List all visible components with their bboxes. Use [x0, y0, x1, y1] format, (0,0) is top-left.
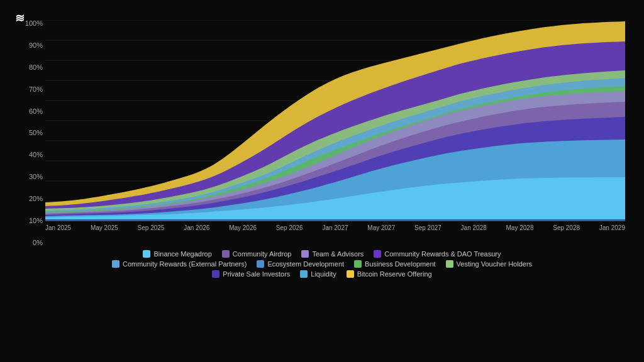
- legend-color: [354, 260, 362, 268]
- legend-label: Community Rewards (External Partners): [123, 260, 247, 268]
- legend-color: [300, 270, 308, 278]
- x-axis-label: Jan 2027: [322, 224, 348, 231]
- legend-color: [301, 250, 309, 258]
- y-axis-label: 10%: [19, 217, 43, 224]
- legend-label: Liquidity: [311, 270, 336, 278]
- x-axis-label: Jan 2025: [45, 224, 71, 231]
- x-axis-label: May 2025: [91, 224, 118, 231]
- x-axis-label: May 2027: [367, 224, 395, 231]
- x-axis-label: May 2026: [229, 224, 257, 231]
- legend-item: Community Airdrop: [222, 250, 292, 258]
- y-axis-label: 30%: [19, 173, 43, 180]
- legend-label: Team & Advisors: [312, 250, 364, 258]
- y-axis-label: 50%: [19, 129, 43, 136]
- page-container: ≋ 100%90%80%70%60%50%40%30%20%10%0%: [0, 0, 644, 362]
- x-axis-label: Sep 2028: [553, 224, 580, 231]
- y-axis: 100%90%80%70%60%50%40%30%20%10%0%: [19, 20, 43, 246]
- y-axis-label: 100%: [19, 20, 43, 27]
- legend-item: Binance Megadrop: [143, 250, 211, 258]
- x-axis-label: Sep 2027: [414, 224, 441, 231]
- x-axis-label: Sep 2026: [276, 224, 303, 231]
- chart-area: 100%90%80%70%60%50%40%30%20%10%0%: [19, 20, 625, 246]
- x-axis: Jan 2025May 2025Sep 2025Jan 2026May 2026…: [45, 224, 625, 231]
- legend-item: Community Rewards (External Partners): [112, 260, 247, 268]
- legend-label: Ecosystem Development: [267, 260, 344, 268]
- legend-label: Business Development: [365, 260, 436, 268]
- legend-item: Liquidity: [300, 270, 336, 278]
- legend-color: [112, 260, 119, 268]
- legend-row: Binance MegadropCommunity AirdropTeam & …: [143, 250, 501, 258]
- chart-inner: [45, 20, 625, 221]
- y-axis-label: 90%: [19, 42, 43, 49]
- chart-title: [19, 13, 625, 15]
- y-axis-label: 70%: [19, 86, 43, 93]
- legend-color: [222, 250, 230, 258]
- legend-color: [143, 250, 150, 258]
- y-axis-label: 20%: [19, 195, 43, 202]
- legend-row: Private Sale InvestorsLiquidityBitcoin R…: [212, 270, 431, 278]
- x-axis-label: Jan 2028: [461, 224, 487, 231]
- y-axis-label: 80%: [19, 64, 43, 71]
- legend-color: [374, 250, 381, 258]
- legend-item: Private Sale Investors: [212, 270, 290, 278]
- legend-color: [212, 270, 219, 278]
- legend-color: [446, 260, 453, 268]
- legend-label: Private Sale Investors: [223, 270, 290, 278]
- legend-label: Binance Megadrop: [153, 250, 211, 258]
- legend-color: [347, 270, 354, 278]
- legend-item: Team & Advisors: [301, 250, 364, 258]
- legend-label: Vesting Voucher Holders: [457, 260, 532, 268]
- legend-color: [257, 260, 264, 268]
- legend-row: Community Rewards (External Partners)Eco…: [112, 260, 532, 268]
- x-axis-label: Sep 2025: [138, 224, 165, 231]
- y-axis-label: 60%: [19, 108, 43, 115]
- legend-item: Vesting Voucher Holders: [446, 260, 532, 268]
- legend-label: Bitcoin Reserve Offering: [357, 270, 432, 278]
- x-axis-label: Jan 2029: [599, 224, 625, 231]
- legend: Binance MegadropCommunity AirdropTeam & …: [19, 250, 625, 278]
- chart-svg: [45, 20, 625, 221]
- legend-item: Ecosystem Development: [257, 260, 344, 268]
- y-axis-label: 40%: [19, 151, 43, 158]
- x-axis-label: May 2028: [506, 224, 534, 231]
- legend-label: Community Airdrop: [233, 250, 292, 258]
- legend-label: Community Rewards & DAO Treasury: [384, 250, 501, 258]
- x-axis-label: Jan 2026: [184, 224, 209, 231]
- y-axis-label: 0%: [19, 239, 43, 246]
- legend-item: Business Development: [354, 260, 436, 268]
- legend-item: Bitcoin Reserve Offering: [347, 270, 432, 278]
- legend-item: Community Rewards & DAO Treasury: [374, 250, 501, 258]
